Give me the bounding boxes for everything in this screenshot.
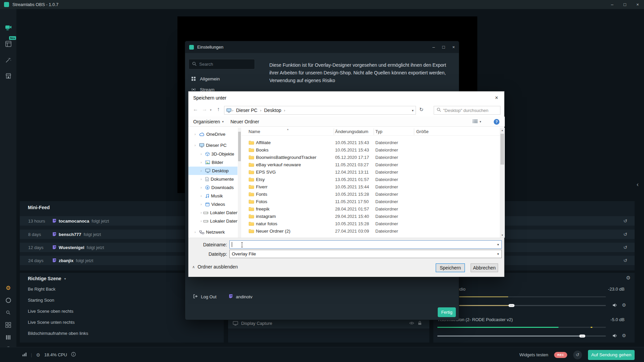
breadcrumb-item[interactable]: Desktop — [262, 108, 283, 113]
themes-tab-icon[interactable] — [0, 40, 16, 48]
replay-alert-icon[interactable]: ↺ — [623, 245, 627, 250]
file-row[interactable]: instagram29.04.2021 15:40Dateiordner — [241, 213, 500, 220]
volume-slider[interactable] — [437, 304, 606, 307]
list-scrollbar[interactable]: ▲ ▼ — [500, 128, 505, 238]
view-options-button[interactable]: ▾ — [473, 118, 481, 125]
chevron-right-icon[interactable]: › — [195, 132, 198, 136]
save-button[interactable]: Speichern — [436, 263, 465, 272]
file-row[interactable]: Fiverr10.05.2021 15:44Dateiordner — [241, 183, 500, 191]
minimize-button[interactable]: – — [606, 0, 619, 9]
new-folder-button[interactable]: Neuer Ordner — [230, 118, 259, 125]
record-button[interactable]: REC — [554, 352, 567, 358]
app-store-tab-icon[interactable] — [0, 56, 16, 64]
file-row[interactable]: natur fotos10.05.2021 15:28Dateiordner — [241, 220, 500, 228]
speaker-icon[interactable] — [612, 333, 618, 339]
file-row[interactable]: BoonwinsBattlegroundTracker05.12.2020 17… — [241, 154, 500, 161]
file-row[interactable]: Fonts10.05.2021 15:28Dateiordner — [241, 191, 500, 198]
done-button[interactable]: Fertig — [438, 307, 456, 317]
tree-scrollbar[interactable] — [238, 128, 241, 238]
replay-alert-icon[interactable]: ↺ — [623, 218, 627, 224]
scene-collection-title[interactable]: Richtige Szene — [28, 276, 61, 281]
filetype-select[interactable]: Overlay File ▾ — [229, 250, 502, 258]
chevron-right-icon[interactable]: › — [201, 194, 204, 198]
refresh-icon[interactable]: ↻ — [419, 107, 424, 112]
restart-stream-icon[interactable]: ↺ — [573, 351, 582, 359]
forward-icon[interactable]: → — [202, 107, 207, 112]
nav-item[interactable]: ›Dieser PC — [189, 141, 237, 149]
nav-item[interactable]: ›3D-Objekte — [189, 150, 237, 158]
file-search-input[interactable]: "Desktop" durchsuchen — [434, 106, 500, 115]
performance-chart-icon[interactable] — [22, 352, 27, 358]
nav-item[interactable]: ›Dokumente — [189, 175, 237, 183]
channel-gear-icon[interactable]: ⚙ — [622, 333, 626, 338]
chevron-right-icon[interactable]: › — [201, 219, 202, 223]
nav-item[interactable]: ›Downloads — [189, 183, 237, 192]
up-icon[interactable]: ↑ — [217, 107, 220, 112]
chevron-right-icon[interactable]: › — [201, 152, 204, 156]
nav-item[interactable]: ›OneDrive — [189, 130, 237, 138]
maximize-button[interactable]: □ — [619, 0, 631, 9]
settings-maximize-button[interactable]: □ — [442, 45, 445, 50]
chevron-down-icon[interactable]: ▾ — [64, 277, 66, 281]
collapse-panel-icon[interactable]: ‹ — [637, 181, 639, 188]
chevron-right-icon[interactable]: › — [195, 143, 198, 147]
scroll-up-icon[interactable]: ▲ — [500, 129, 505, 131]
help-button[interactable]: ? — [494, 118, 499, 125]
chevron-right-icon[interactable]: › — [201, 211, 202, 215]
history-chevron-icon[interactable]: ▾ — [210, 109, 212, 112]
nav-item[interactable]: ›Lokaler Datenträ — [189, 208, 237, 217]
slider-handle[interactable] — [579, 335, 585, 338]
settings-menu-item[interactable]: Allgemein — [185, 73, 256, 84]
back-icon[interactable]: ← — [193, 107, 198, 112]
scene-item[interactable]: Bildschirmaufnahme oben links — [20, 328, 224, 339]
file-row[interactable]: EPS SVG12.04.2021 13:11Dateiordner — [241, 169, 500, 176]
nav-item[interactable]: ›Bilder — [189, 158, 237, 167]
slider-handle[interactable] — [508, 304, 515, 307]
speaker-icon[interactable] — [612, 303, 618, 309]
chevron-right-icon[interactable]: › — [201, 177, 204, 181]
chevron-right-icon[interactable]: › — [195, 230, 198, 234]
file-row[interactable]: Etsy13.05.2021 01:57Dateiordner — [241, 176, 500, 183]
logout-button[interactable]: Log Out — [201, 294, 216, 299]
nav-item[interactable]: ›Videos — [189, 200, 237, 208]
info-icon[interactable] — [71, 352, 76, 358]
nav-item[interactable]: ›Lokaler Datenträ — [189, 217, 237, 225]
file-row[interactable]: Affiliate10.05.2021 15:43Dateiordner — [241, 139, 500, 146]
organize-button[interactable]: Organisieren ▾ — [193, 118, 224, 125]
file-row[interactable]: freepik28.04.2021 01:57Dateiordner — [241, 205, 500, 213]
studio-mode-icon[interactable] — [0, 334, 16, 341]
performance-gear-icon[interactable]: ⚙ — [36, 353, 40, 357]
store-tab-icon[interactable] — [0, 72, 16, 79]
discover-search-icon[interactable] — [0, 309, 16, 316]
filename-input[interactable]: ▾ — [229, 240, 502, 249]
file-row[interactable]: Fotos11.05.2021 17:50Dateiordner — [241, 198, 500, 205]
filetype-dropdown-icon[interactable]: ▾ — [495, 252, 501, 256]
nav-item[interactable]: ›Desktop — [189, 167, 237, 175]
go-live-button[interactable]: Auf Sendung gehen — [588, 350, 635, 360]
replay-alert-icon[interactable]: ↺ — [623, 232, 627, 237]
settings-minimize-button[interactable]: – — [432, 45, 435, 50]
scroll-down-icon[interactable]: ▼ — [500, 234, 505, 236]
save-dialog-close-button[interactable]: × — [489, 92, 504, 104]
settings-search-input[interactable]: Search — [189, 59, 255, 69]
settings-close-button[interactable]: × — [452, 45, 455, 50]
file-row[interactable]: Neuer Ordner (2)27.04.2021 03:09Dateiord… — [241, 228, 500, 235]
visibility-icon[interactable] — [409, 321, 414, 326]
nav-item[interactable]: ›Netzwerk — [189, 228, 237, 236]
scrollbar-thumb[interactable] — [500, 134, 504, 165]
nav-item[interactable]: ›Musik — [189, 192, 237, 200]
file-row[interactable]: Books10.05.2021 15:43Dateiordner — [241, 146, 500, 154]
lock-icon[interactable] — [418, 321, 422, 326]
cancel-button[interactable]: Abbrechen — [471, 263, 498, 272]
alert-gear-icon[interactable]: ⚙ — [0, 284, 16, 292]
editor-tab-icon[interactable] — [0, 24, 16, 32]
chevron-right-icon[interactable]: › — [201, 202, 204, 206]
address-dropdown-icon[interactable]: ▾ — [412, 109, 414, 112]
recent-events-icon[interactable] — [0, 297, 16, 304]
close-button[interactable]: × — [631, 0, 644, 9]
chevron-right-icon[interactable]: › — [201, 186, 204, 189]
channel-gear-icon[interactable]: ⚙ — [622, 303, 626, 307]
address-bar[interactable]: ›Dieser PC›Desktop› ▾ — [224, 106, 416, 115]
breadcrumb-item[interactable]: Dieser PC — [234, 108, 260, 113]
replay-alert-icon[interactable]: ↺ — [623, 258, 627, 263]
